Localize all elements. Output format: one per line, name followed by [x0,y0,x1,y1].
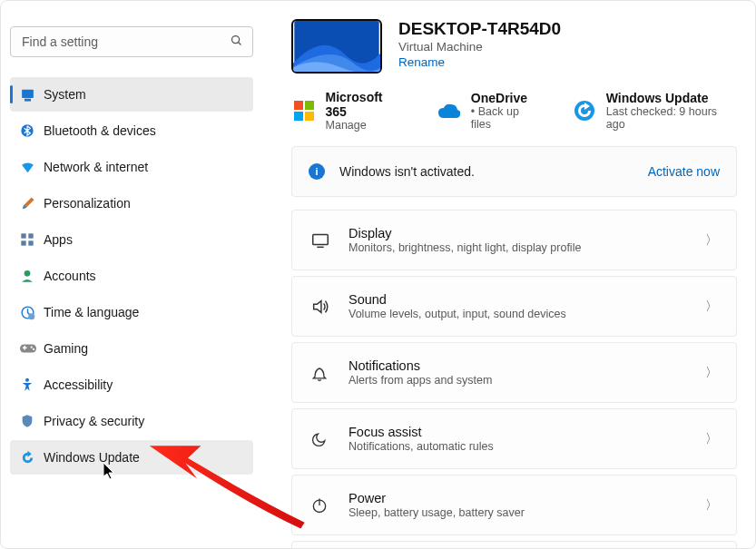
microsoft-365-card[interactable]: Microsoft 365 Manage [291,90,406,132]
sidebar-item-privacy[interactable]: Privacy & security [10,404,253,438]
chevron-right-icon: 〉 [705,232,718,249]
setting-title: Focus assist [349,425,705,439]
setting-title: Display [349,226,705,240]
sidebar-item-label: Accounts [44,269,96,283]
sidebar: System Bluetooth & devices Network & int… [1,1,273,548]
sidebar-item-system[interactable]: System [10,77,253,112]
svg-rect-20 [305,101,314,110]
wifi-icon [20,160,44,175]
setting-storage[interactable]: Storage 〉 [291,541,737,548]
main-content: DESKTOP-T4R54D0 Virtual Machine Rename M… [273,1,755,548]
sidebar-item-label: Personalization [44,196,131,211]
sidebar-item-apps[interactable]: Apps [10,222,253,257]
svg-line-1 [239,43,241,45]
setting-focus-assist[interactable]: Focus assistNotifications, automatic rul… [291,408,737,469]
svg-rect-22 [305,112,314,121]
rename-link[interactable]: Rename [398,55,445,69]
sidebar-item-label: Gaming [44,341,88,356]
sidebar-item-windows-update[interactable]: Windows Update [10,440,253,475]
sidebar-item-time[interactable]: Time & language [10,295,253,329]
system-icon [20,87,44,103]
sidebar-item-label: System [44,87,86,102]
activate-now-link[interactable]: Activate now [648,164,720,179]
setting-power[interactable]: PowerSleep, battery usage, battery saver… [291,475,737,535]
sidebar-item-label: Privacy & security [44,414,144,428]
computer-type: Virtual Machine [398,40,561,54]
sidebar-item-personalization[interactable]: Personalization [10,186,253,221]
sidebar-item-label: Windows Update [44,450,140,465]
setting-desc: Alerts from apps and system [349,374,705,387]
gaming-icon [20,342,44,355]
setting-display[interactable]: DisplayMonitors, brightness, night light… [291,210,737,270]
paintbrush-icon [20,196,44,211]
svg-rect-2 [22,89,34,97]
setting-desc: Notifications, automatic rules [349,440,705,453]
topcard-title: OneDrive [471,91,541,105]
windows-update-icon [20,450,44,466]
svg-point-9 [25,270,31,277]
sidebar-item-label: Apps [44,232,73,247]
microsoft-365-icon [291,98,317,123]
activation-message: Windows isn't activated. [339,164,648,179]
sidebar-item-network[interactable]: Network & internet [10,150,253,184]
bluetooth-icon [20,123,44,138]
svg-point-11 [28,313,34,319]
power-icon [310,496,349,515]
setting-title: Notifications [349,358,705,373]
moon-icon [310,430,349,448]
topcard-title: Microsoft 365 [326,90,407,119]
search-icon [230,34,243,50]
computer-name: DESKTOP-T4R54D0 [398,19,561,39]
search-box[interactable] [10,26,253,57]
svg-point-13 [31,346,33,348]
accessibility-icon [20,377,44,392]
onedrive-card[interactable]: OneDrive Back up files [437,90,541,132]
windows-update-card[interactable]: Windows Update Last checked: 9 hours ago [572,90,737,132]
sidebar-item-label: Bluetooth & devices [44,123,156,138]
setting-desc: Volume levels, output, input, sound devi… [349,308,705,320]
sidebar-item-bluetooth[interactable]: Bluetooth & devices [10,113,253,148]
sidebar-item-label: Network & internet [44,160,148,174]
svg-point-17 [25,378,29,382]
topcard-sub: Manage [326,119,407,132]
activation-banner: i Windows isn't activated. Activate now [291,146,737,197]
accounts-icon [20,269,44,283]
svg-rect-6 [28,233,33,238]
sidebar-item-gaming[interactable]: Gaming [10,331,253,366]
clock-globe-icon [20,305,44,320]
desktop-wallpaper-thumb[interactable] [291,19,382,74]
sidebar-item-label: Time & language [44,305,139,319]
svg-rect-8 [28,240,33,245]
svg-rect-21 [294,112,303,121]
search-input[interactable] [22,34,230,49]
svg-rect-7 [21,240,25,245]
chevron-right-icon: 〉 [705,299,718,315]
svg-rect-19 [294,101,303,110]
svg-point-0 [232,36,240,44]
setting-title: Sound [349,292,705,307]
setting-desc: Sleep, battery usage, battery saver [349,506,705,519]
shield-icon [20,414,44,428]
sidebar-item-accessibility[interactable]: Accessibility [10,368,253,402]
chevron-right-icon: 〉 [705,497,718,514]
sidebar-item-accounts[interactable]: Accounts [10,259,253,293]
apps-icon [20,232,44,247]
display-icon [310,230,349,250]
storage-icon [310,542,349,548]
onedrive-icon [437,98,462,123]
topcard-sub: Back up files [471,105,541,131]
chevron-right-icon: 〉 [705,431,718,447]
svg-rect-24 [313,234,329,244]
windows-update-icon [572,98,597,123]
system-header: DESKTOP-T4R54D0 Virtual Machine Rename [291,19,737,74]
sound-icon [310,297,349,317]
svg-rect-16 [25,346,26,350]
setting-title: Power [349,491,705,505]
setting-desc: Monitors, brightness, night light, displ… [349,241,705,254]
bell-icon [310,364,349,382]
svg-rect-3 [25,99,31,100]
setting-sound[interactable]: SoundVolume levels, output, input, sound… [291,276,737,337]
topcard-title: Windows Update [606,91,737,105]
svg-rect-5 [21,233,25,238]
setting-notifications[interactable]: NotificationsAlerts from apps and system… [291,342,737,403]
